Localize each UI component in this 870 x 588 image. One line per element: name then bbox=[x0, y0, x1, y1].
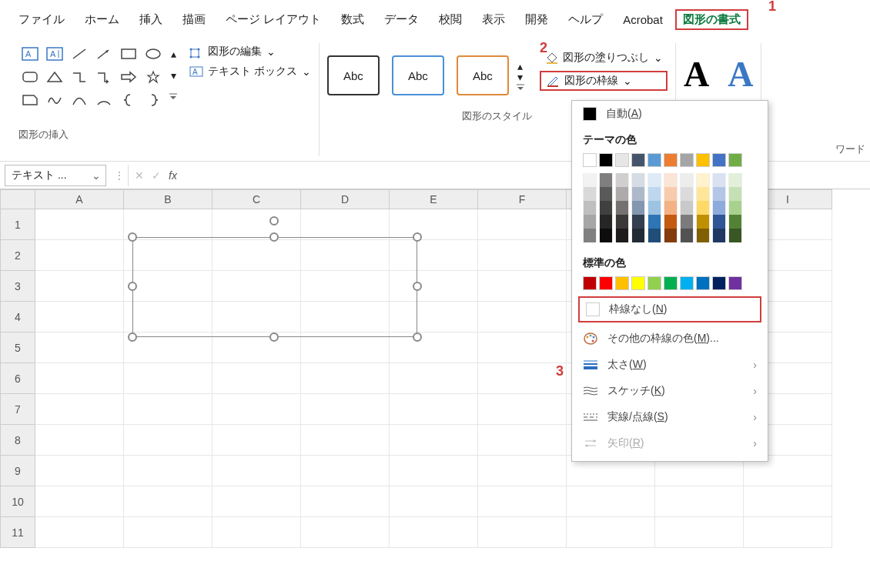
color-swatch[interactable] bbox=[680, 229, 694, 242]
color-swatch[interactable] bbox=[728, 215, 742, 229]
resize-handle-ne[interactable] bbox=[413, 232, 422, 242]
shape-fill-button[interactable]: 図形の塗りつぶし ⌄ bbox=[540, 49, 668, 66]
edit-shapes-button[interactable]: 図形の編集 ⌄ bbox=[189, 45, 311, 58]
name-box[interactable]: テキスト ... bbox=[5, 165, 106, 186]
color-swatch[interactable] bbox=[583, 153, 597, 167]
cell[interactable] bbox=[212, 394, 301, 425]
cell[interactable] bbox=[478, 394, 567, 425]
menu-developer[interactable]: 開発 bbox=[517, 9, 556, 30]
selected-shape[interactable] bbox=[132, 237, 417, 337]
color-swatch[interactable] bbox=[664, 153, 678, 167]
cell[interactable] bbox=[124, 363, 212, 394]
cell[interactable] bbox=[478, 517, 567, 548]
color-swatch[interactable] bbox=[712, 276, 726, 290]
cell[interactable] bbox=[478, 209, 567, 240]
color-swatch[interactable] bbox=[583, 173, 597, 187]
color-swatch[interactable] bbox=[728, 201, 742, 215]
cell[interactable] bbox=[212, 425, 301, 456]
rotate-handle[interactable] bbox=[269, 216, 279, 226]
color-swatch[interactable] bbox=[728, 187, 742, 201]
outline-auto[interactable]: 自動(A) bbox=[572, 101, 768, 127]
color-swatch[interactable] bbox=[680, 153, 694, 167]
more-outline-colors[interactable]: その他の枠線の色(M)... bbox=[572, 326, 768, 352]
cell[interactable] bbox=[478, 425, 567, 456]
cell[interactable] bbox=[744, 486, 832, 517]
color-swatch[interactable] bbox=[664, 276, 678, 290]
cell[interactable] bbox=[124, 456, 212, 486]
color-swatch[interactable] bbox=[712, 229, 726, 242]
style-preset-3[interactable]: Abc bbox=[457, 55, 509, 95]
color-swatch[interactable] bbox=[599, 201, 613, 215]
menu-home[interactable]: ホーム bbox=[77, 9, 127, 30]
column-header[interactable]: F bbox=[478, 189, 567, 209]
resize-handle-sw[interactable] bbox=[128, 332, 137, 342]
resize-handle-e[interactable] bbox=[413, 282, 422, 291]
color-swatch[interactable] bbox=[583, 229, 597, 242]
cell[interactable] bbox=[35, 240, 124, 271]
outline-dashes[interactable]: 実線/点線(S) › bbox=[572, 404, 768, 430]
row-header[interactable]: 6 bbox=[0, 363, 35, 394]
shape-brace-left-icon[interactable] bbox=[117, 89, 140, 111]
wordart-style-2[interactable]: A bbox=[728, 54, 753, 95]
color-swatch[interactable] bbox=[712, 173, 726, 187]
cell[interactable] bbox=[212, 332, 301, 363]
row-header[interactable]: 10 bbox=[0, 486, 35, 517]
row-header[interactable]: 8 bbox=[0, 425, 35, 456]
color-swatch[interactable] bbox=[712, 153, 726, 167]
cell[interactable] bbox=[567, 517, 655, 548]
cell[interactable] bbox=[35, 394, 124, 425]
cancel-icon[interactable]: ✕ bbox=[135, 169, 144, 182]
cell[interactable] bbox=[478, 302, 567, 332]
color-swatch[interactable] bbox=[631, 201, 645, 215]
color-swatch[interactable] bbox=[647, 187, 661, 201]
color-swatch[interactable] bbox=[647, 201, 661, 215]
text-box-button[interactable]: A テキスト ボックス ⌄ bbox=[189, 65, 311, 79]
shapes-scroll-up[interactable]: ▴ bbox=[168, 49, 179, 58]
menu-formulas[interactable]: 数式 bbox=[333, 9, 372, 30]
shapes-expand[interactable] bbox=[168, 92, 179, 102]
shape-outline-button[interactable]: 図形の枠線 ⌄ bbox=[540, 71, 668, 91]
cell[interactable] bbox=[567, 486, 655, 517]
shape-connector-icon[interactable] bbox=[68, 66, 91, 88]
cell[interactable] bbox=[35, 271, 124, 302]
column-header[interactable]: B bbox=[124, 189, 212, 209]
style-preset-1[interactable]: Abc bbox=[327, 55, 380, 95]
cell[interactable] bbox=[478, 271, 567, 302]
no-outline[interactable]: 枠線なし(N) bbox=[578, 296, 761, 322]
resize-handle-nw[interactable] bbox=[128, 232, 137, 242]
color-swatch[interactable] bbox=[583, 215, 597, 229]
style-gallery[interactable]: Abc Abc Abc bbox=[327, 43, 509, 95]
color-swatch[interactable] bbox=[647, 276, 661, 290]
cell[interactable] bbox=[655, 517, 744, 548]
shapes-gallery[interactable]: A A bbox=[18, 43, 165, 111]
resize-handle-s[interactable] bbox=[269, 332, 279, 342]
cell[interactable] bbox=[212, 209, 301, 240]
fx-icon[interactable]: fx bbox=[169, 169, 177, 182]
cell[interactable] bbox=[478, 332, 567, 363]
color-swatch[interactable] bbox=[696, 201, 710, 215]
menu-insert[interactable]: 挿入 bbox=[132, 9, 170, 30]
outline-sketch[interactable]: スケッチ(K) › bbox=[572, 378, 768, 404]
column-header[interactable]: C bbox=[212, 189, 301, 209]
menu-review[interactable]: 校閲 bbox=[431, 9, 470, 30]
shape-line-icon[interactable] bbox=[68, 43, 91, 65]
row-header[interactable]: 5 bbox=[0, 332, 35, 363]
color-swatch[interactable] bbox=[599, 173, 613, 187]
color-swatch[interactable] bbox=[728, 173, 742, 187]
menu-draw[interactable]: 描画 bbox=[175, 9, 213, 30]
shape-rect-cut-icon[interactable] bbox=[18, 89, 42, 111]
color-swatch[interactable] bbox=[615, 153, 629, 167]
color-swatch[interactable] bbox=[647, 215, 661, 229]
cell[interactable] bbox=[301, 517, 390, 548]
shape-brace-right-icon[interactable] bbox=[142, 89, 165, 111]
cell[interactable] bbox=[212, 517, 301, 548]
shape-scribble-icon[interactable] bbox=[43, 89, 66, 111]
cell[interactable] bbox=[390, 486, 478, 517]
cell[interactable] bbox=[301, 425, 390, 456]
color-swatch[interactable] bbox=[696, 276, 710, 290]
cell[interactable] bbox=[301, 394, 390, 425]
shape-roundrect-icon[interactable] bbox=[18, 66, 42, 88]
style-expand[interactable] bbox=[515, 83, 526, 92]
cell[interactable] bbox=[124, 394, 212, 425]
cell[interactable] bbox=[390, 517, 478, 548]
